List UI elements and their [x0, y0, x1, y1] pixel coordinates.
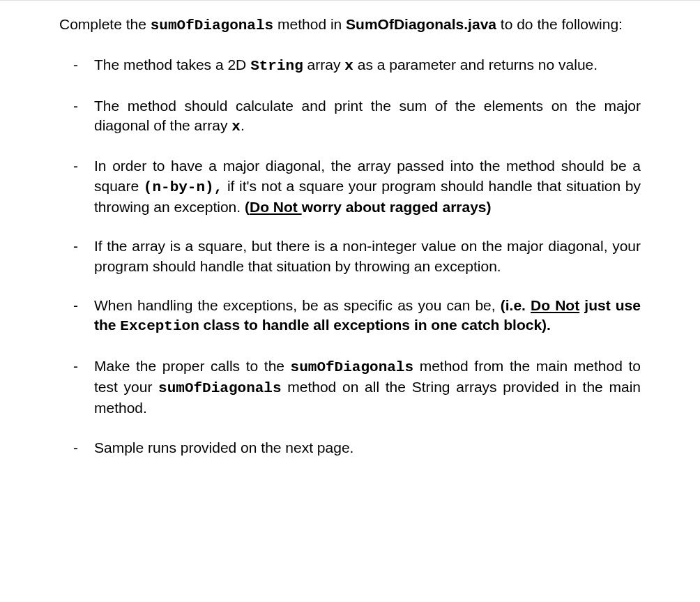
text-segment: Exception: [120, 318, 199, 334]
text-segment: sumOfDiagonals: [158, 380, 281, 396]
text-segment: (: [245, 199, 250, 215]
intro-paragraph: Complete the sumOfDiagonals method in Su…: [59, 15, 641, 36]
text-segment: class to handle all exceptions in one ca…: [199, 317, 551, 333]
text-segment: When handling the exceptions, be as spec…: [94, 297, 501, 313]
intro-mid: method in: [273, 16, 346, 32]
text-segment: Sample runs provided on the next page.: [94, 439, 353, 456]
intro-file: SumOfDiagonals.java: [346, 16, 496, 32]
text-segment: Do Not: [250, 199, 302, 215]
instruction-list: The method takes a 2D String array x as …: [59, 55, 641, 458]
text-segment: (i.e.: [501, 297, 531, 313]
text-segment: array: [303, 57, 345, 73]
text-segment: The method takes a 2D: [94, 57, 250, 73]
text-segment: Make the proper calls to the: [94, 358, 291, 374]
text-segment: .: [241, 117, 245, 133]
text-segment: worry about ragged arrays): [302, 199, 492, 215]
text-segment: (n-by-n),: [144, 179, 222, 195]
text-segment: If the array is a square, but there is a…: [94, 238, 641, 273]
text-segment: x: [344, 58, 353, 74]
intro-method: sumOfDiagonals: [151, 17, 273, 33]
list-item: When handling the exceptions, be as spec…: [80, 296, 641, 337]
list-item: Sample runs provided on the next page.: [80, 438, 641, 458]
list-item: If the array is a square, but there is a…: [80, 236, 641, 276]
intro-pre: Complete the: [59, 16, 151, 32]
text-segment: x: [231, 119, 241, 135]
text-segment: String: [250, 58, 303, 74]
list-item: In order to have a major diagonal, the a…: [80, 156, 641, 217]
list-item: The method takes a 2D String array x as …: [80, 55, 641, 76]
intro-post: to do the following:: [496, 16, 623, 32]
text-segment: sumOfDiagonals: [291, 359, 413, 375]
text-segment: The method should calculate and print th…: [94, 98, 641, 133]
text-segment: Do Not: [531, 297, 579, 313]
text-segment: as a parameter and returns no value.: [353, 57, 598, 73]
list-item: The method should calculate and print th…: [80, 96, 641, 137]
list-item: Make the proper calls to the sumOfDiagon…: [80, 356, 641, 419]
